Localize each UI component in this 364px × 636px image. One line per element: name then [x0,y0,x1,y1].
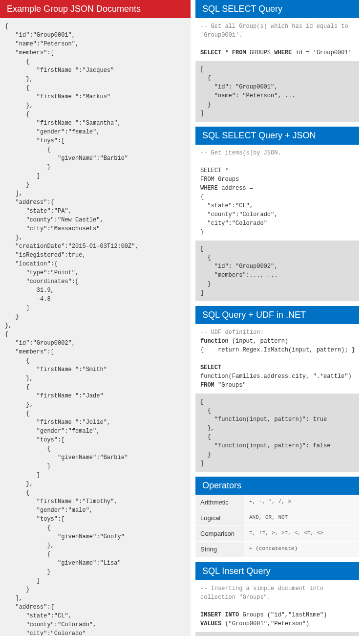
json-documents: { "id":"Group0001", "name":"Peterson", "… [0,18,191,636]
selectjson-comment: -- Get items(s)by JSON. [200,150,281,156]
op-label: Logical [195,510,244,526]
select-result: [ { "id": "Group0001", "name": "Peterson… [195,61,359,122]
op-val: + (concatenate) [244,542,359,557]
select-comment: -- Get all Group(s) which has id equals … [200,23,352,39]
op-row-logical: Logical AND, OR, NOT [195,510,359,526]
panel-select-header: SQL SELECT Query [195,0,359,18]
op-row-string: String + (concatenate) [195,542,359,557]
left-column: Example Group JSON Documents { "id":"Gro… [0,0,191,636]
operators-table: Arithmetic +, -, *, /, % Logical AND, OR… [195,495,359,557]
select-body: -- Get all Group(s) which has id equals … [195,18,359,61]
op-val: +, -, *, /, % [244,495,359,510]
udf-result: [ { "function(input, pattern)": true }, … [195,394,359,472]
insert-comment: -- Inserting a simple document into coll… [200,585,327,601]
right-column: SQL SELECT Query -- Get all Group(s) whi… [195,0,359,636]
selectjson-body: -- Get items(s)by JSON. SELECT * FROM Gr… [195,145,359,241]
op-label: String [195,542,244,557]
select-query: SELECT * FROM GROUPS WHERE id = 'Group00… [200,49,352,56]
op-val: AND, OR, NOT [244,510,359,526]
insert-query: INSERT INTO Groups ("id","lastName") VAL… [200,612,327,627]
selectjson-result: [ { "id": "Group0002", "members":..., ..… [195,241,359,301]
op-label: Comparison [195,526,244,541]
panel-selectjson: SQL SELECT Query + JSON -- Get items(s)b… [195,127,359,301]
insert-body: -- Inserting a simple document into coll… [195,580,359,632]
selectjson-query: SELECT * FROM Groups WHERE address = { "… [200,167,278,236]
panel-udf-header: SQL Query + UDF in .NET [195,306,359,324]
op-val: =, !=, >, >=, <, <=, <> [244,526,359,541]
insert-result: 1 document inserted into the "Groups" co… [195,632,359,636]
udf-body: -- UDF definition: function (input, patt… [195,324,359,394]
panel-operators: Operators Arithmetic +, -, *, /, % Logic… [195,477,359,557]
left-header: Example Group JSON Documents [0,0,191,18]
panel-insert-header: SQL Insert Query [195,562,359,580]
panel-udf: SQL Query + UDF in .NET -- UDF definitio… [195,306,359,472]
panel-select: SQL SELECT Query -- Get all Group(s) whi… [195,0,359,122]
op-label: Arithmetic [195,495,244,510]
op-row-comparison: Comparison =, !=, >, >=, <, <=, <> [195,526,359,542]
op-row-arithmetic: Arithmetic +, -, *, /, % [195,495,359,510]
panel-selectjson-header: SQL SELECT Query + JSON [195,127,359,145]
panel-insert: SQL Insert Query -- Inserting a simple d… [195,562,359,636]
panel-operators-header: Operators [195,477,359,495]
